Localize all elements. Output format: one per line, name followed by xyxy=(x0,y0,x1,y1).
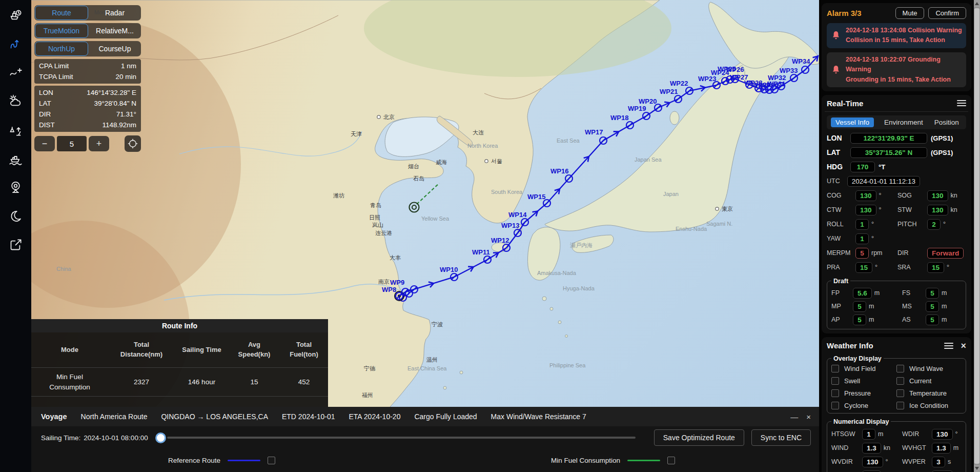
alarm-list: 2024-12-18 13:24:08 Collision WarningCol… xyxy=(827,23,966,87)
checkbox[interactable] xyxy=(831,365,839,372)
zoom-in-button[interactable]: + xyxy=(89,136,109,151)
toggle-courseup[interactable]: CourseUp xyxy=(89,41,141,56)
value-box: 5 xyxy=(853,301,866,312)
info-label: LON xyxy=(39,87,53,98)
waypoint-label-wp20: WP20 xyxy=(639,97,657,105)
tab-environment[interactable]: Environment xyxy=(883,117,924,127)
scroll-down-arrow[interactable] xyxy=(974,465,980,472)
toggle-route[interactable]: Route xyxy=(35,6,88,20)
svg-text:East China Sea: East China Sea xyxy=(407,365,447,371)
menu-icon[interactable] xyxy=(957,100,966,106)
sidebar-item-weather[interactable] xyxy=(7,92,25,110)
zoom-out-button[interactable]: − xyxy=(34,136,55,151)
route-info-cell: 15 xyxy=(229,377,280,387)
svg-text:East Sea: East Sea xyxy=(557,137,580,144)
overlay-option-swell: Swell xyxy=(831,377,896,385)
tab-vessel-info[interactable]: Vessel Info xyxy=(831,117,874,127)
timeline-slider-thumb[interactable] xyxy=(155,432,166,443)
checkbox[interactable] xyxy=(831,402,839,409)
sidebar-item-route-monitor[interactable] xyxy=(7,35,25,52)
legend-label: Min Fuel Consumption xyxy=(551,457,620,464)
sidebar-item-voyage-schedule[interactable] xyxy=(7,6,25,24)
alarm-panel: Alarm 3/3 MuteConfirm 2024-12-18 13:24:0… xyxy=(822,3,971,91)
close-icon[interactable]: × xyxy=(961,341,966,350)
sidebar-item-night-mode[interactable] xyxy=(7,207,25,225)
value-suffix: (GPS1) xyxy=(931,134,953,142)
menu-icon[interactable] xyxy=(944,343,953,349)
checkbox-label: Pressure xyxy=(844,389,871,397)
minimize-icon[interactable]: — xyxy=(790,412,798,421)
radar-icon xyxy=(9,181,23,194)
toggle-radar[interactable]: Radar xyxy=(89,5,141,21)
checkbox[interactable] xyxy=(831,389,839,397)
svg-text:China: China xyxy=(56,266,72,272)
route-info-row-0: Min Fuel Consumption2327146 hour15452 xyxy=(31,367,328,396)
waypoint-label-wp26: WP26 xyxy=(726,66,744,73)
value-suffix: (GPS1) xyxy=(931,149,953,156)
sidebar-item-radar[interactable] xyxy=(7,179,25,196)
legend-checkbox[interactable] xyxy=(667,457,675,464)
checkbox[interactable] xyxy=(831,377,839,385)
realtime-pair-values: COG130°SOG130knCTW130°STW130knROLL1°PITC… xyxy=(827,190,966,273)
waypoint-label-wp10: WP10 xyxy=(440,266,458,273)
sailing-time-label: Sailing Time: xyxy=(41,434,80,442)
numerical-row: HTSGW1mWDIR130° xyxy=(831,429,962,440)
legend-checkbox[interactable] xyxy=(268,457,275,464)
scroll-up-arrow[interactable] xyxy=(974,0,980,7)
confirm-button[interactable]: Confirm xyxy=(928,7,966,19)
overlay-option-cyclone: Cyclone xyxy=(831,402,896,409)
panel-scrollbar[interactable] xyxy=(974,0,980,472)
value-cell: 15° xyxy=(927,262,966,273)
route-info-cell: 452 xyxy=(280,377,328,387)
save-optimized-route-button[interactable]: Save Optimized Route xyxy=(654,429,744,446)
overlay-option-temperature: Temperature xyxy=(896,389,962,397)
draft-row: MP5mMS5m xyxy=(831,301,962,312)
numerical-row: WVDIR130°WVPER3s xyxy=(831,457,962,467)
numerical-row: WIND1.3knWVHGT1.3m xyxy=(831,443,962,454)
value-label: SRA xyxy=(897,264,927,271)
checkbox[interactable] xyxy=(896,389,904,397)
waypoint-label-wp22: WP22 xyxy=(670,80,688,87)
voyage-summary-bar: Voyage North America RouteQINGDAO → LOS … xyxy=(31,407,819,426)
land-sado xyxy=(670,111,679,125)
toggle-relativem[interactable]: RelativeM... xyxy=(89,23,141,38)
toggle-truemotion[interactable]: TrueMotion xyxy=(35,24,88,38)
sidebar-item-navigation-aids[interactable] xyxy=(7,121,25,139)
alarm-item-1[interactable]: 2024-12-18 10:22:07 Grounding WarningGro… xyxy=(827,52,966,87)
sailing-timeline: Sailing Time: 2024-10-01 08:00:00 Save O… xyxy=(31,426,819,449)
sidebar-item-report-edit[interactable] xyxy=(7,236,25,253)
center-ship-button[interactable] xyxy=(125,135,141,152)
sidebar-item-fleet-ships[interactable] xyxy=(7,150,25,167)
value-label: LON xyxy=(827,134,850,142)
value-cell: 130kn xyxy=(927,205,966,215)
sidebar-item-route-design[interactable] xyxy=(7,64,25,81)
toggle-northup[interactable]: NorthUp xyxy=(35,42,88,56)
value-unit: m xyxy=(953,444,958,451)
svg-text:宁德: 宁德 xyxy=(364,365,376,371)
value-cell: 2° xyxy=(927,219,966,230)
value-unit: m xyxy=(942,303,947,310)
svg-text:福州: 福州 xyxy=(362,392,373,398)
land-island xyxy=(460,371,463,374)
land-island xyxy=(443,386,446,389)
value-unit: ° xyxy=(871,235,874,242)
checkbox[interactable] xyxy=(896,365,904,372)
alarm-item-0[interactable]: 2024-12-18 13:24:08 Collision WarningCol… xyxy=(827,23,966,48)
alarm-bell-icon xyxy=(831,64,841,75)
tab-position[interactable]: Position xyxy=(933,117,960,127)
timeline-slider-track[interactable] xyxy=(167,437,636,439)
value-cell: 130° xyxy=(932,429,962,440)
value-label: WDIR xyxy=(902,430,932,438)
scrollbar-thumb[interactable] xyxy=(974,8,979,464)
checkbox[interactable] xyxy=(896,402,904,409)
voyage-item: ETA 2024-10-20 xyxy=(349,412,401,421)
value-unit: s xyxy=(948,458,951,465)
value-cell: 1.3m xyxy=(932,443,962,454)
close-icon[interactable]: × xyxy=(806,412,811,421)
checkbox[interactable] xyxy=(896,377,904,385)
svg-text:Japan Sea: Japan Sea xyxy=(635,156,662,163)
sync-to-enc-button[interactable]: Sync to ENC xyxy=(751,429,811,446)
value-unit: ° xyxy=(943,221,946,228)
mute-button[interactable]: Mute xyxy=(895,7,925,19)
alarm-title: Alarm 3/3 xyxy=(827,9,862,17)
